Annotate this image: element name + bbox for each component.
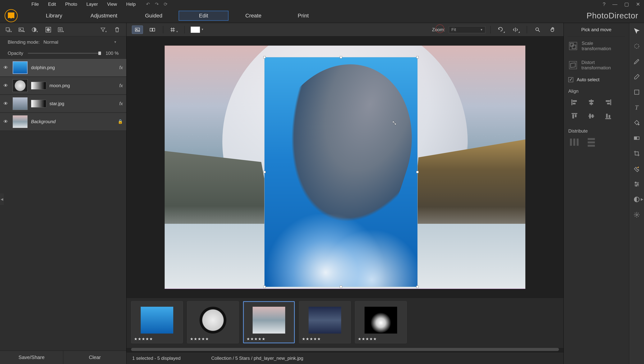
filmstrip-thumb[interactable]: ★★★★★ (299, 301, 351, 343)
lock-icon[interactable]: 🔒 (115, 119, 123, 124)
mask-layer-icon[interactable] (45, 26, 52, 34)
tab-adjustment[interactable]: Adjustment (79, 11, 129, 21)
layer-mask-thumb[interactable] (31, 82, 46, 90)
handle-top-left[interactable] (263, 56, 266, 58)
filter-icon[interactable]: ▼ (100, 26, 108, 34)
distribute-v-icon[interactable] (585, 138, 597, 147)
heal-tool-icon[interactable] (632, 164, 641, 173)
align-top-icon[interactable] (568, 112, 580, 121)
canvas[interactable]: ↔ (165, 46, 525, 289)
delete-layer-icon[interactable] (113, 26, 121, 34)
distribute-h-icon[interactable] (568, 138, 580, 147)
zoom-dropdown[interactable]: Fit ▼ (449, 26, 485, 33)
pen-tool-icon[interactable] (632, 57, 641, 66)
zoom-tool-icon[interactable] (532, 26, 543, 34)
background-color-button[interactable] (190, 26, 201, 34)
thumb-rating[interactable]: ★★★★★ (302, 336, 321, 341)
menu-view[interactable]: View (103, 2, 122, 7)
minimize-icon[interactable]: — (612, 1, 617, 7)
layer-fx-badge[interactable]: fx (115, 83, 123, 88)
align-center-v-icon[interactable] (585, 112, 597, 121)
app-logo-icon[interactable] (5, 9, 18, 22)
layer-properties-icon[interactable]: ▼ (58, 26, 65, 34)
blending-mode-dropdown[interactable]: Normal ▼ (44, 40, 119, 45)
auto-select-checkbox[interactable] (568, 77, 573, 82)
pan-tool-icon[interactable] (547, 26, 558, 34)
layer-fx-badge[interactable]: fx (115, 101, 123, 106)
thumb-rating[interactable]: ★★★★★ (358, 336, 377, 341)
help-icon[interactable]: ? (603, 1, 605, 7)
visibility-icon[interactable]: 👁 (4, 83, 9, 88)
settings-tool-icon[interactable] (632, 210, 641, 219)
menu-file[interactable]: File (27, 2, 44, 7)
filmstrip-thumb[interactable]: ★★★★★ (187, 301, 239, 343)
thumb-rating[interactable]: ★★★★★ (134, 336, 153, 341)
tab-library[interactable]: Library (29, 11, 79, 21)
handle-bot-left[interactable] (263, 286, 266, 288)
close-icon[interactable]: ✕ (636, 1, 640, 7)
flip-icon[interactable]: ◢ (511, 26, 522, 34)
menu-photo[interactable]: Photo (61, 2, 82, 7)
eraser-tool-icon[interactable] (632, 72, 641, 81)
distort-transformation-button[interactable]: Distort transformation (567, 56, 625, 75)
view-compare-icon[interactable] (147, 26, 158, 34)
thumb-rating[interactable]: ★★★★★ (190, 336, 209, 341)
layer-item[interactable]: 👁 star.jpg fx (0, 95, 126, 113)
filmstrip-thumb[interactable]: ★★★★★ (131, 301, 183, 343)
sliders-tool-icon[interactable] (632, 180, 641, 188)
opacity-slider[interactable] (28, 53, 101, 54)
menu-layer[interactable]: Layer (82, 2, 103, 7)
grid-icon[interactable]: ▼ (168, 26, 179, 34)
thumb-rating[interactable]: ★★★★★ (247, 336, 266, 341)
handle-bot-mid[interactable] (340, 286, 342, 288)
align-bottom-icon[interactable] (602, 112, 614, 121)
clear-button[interactable]: Clear (63, 351, 126, 364)
handle-top-mid[interactable] (340, 56, 342, 58)
collapse-left-icon[interactable]: ◀ (0, 194, 4, 205)
text-tool-icon[interactable]: T (632, 103, 641, 112)
shape-tool-icon[interactable] (632, 88, 641, 96)
collapse-right-icon[interactable]: ▶ (640, 194, 644, 205)
handle-top-right[interactable] (416, 56, 419, 58)
auto-select-row[interactable]: Auto select (567, 75, 625, 85)
visibility-icon[interactable]: 👁 (4, 119, 9, 124)
rotate-icon[interactable]: ◢ (496, 26, 507, 34)
filmstrip-scrollbar[interactable] (131, 348, 559, 351)
adjustment-layer-icon[interactable]: ▼ (32, 26, 39, 34)
scale-transformation-button[interactable]: Scale transformation (567, 36, 625, 56)
reset-icon[interactable]: ⟳ (164, 2, 168, 7)
gradient-tool-icon[interactable] (632, 134, 641, 142)
layer-item[interactable]: 👁 dolphin.png fx (0, 58, 126, 77)
handle-mid-left[interactable] (263, 171, 266, 173)
visibility-icon[interactable]: 👁 (4, 101, 9, 106)
layer-item[interactable]: 👁 Background 🔒 (0, 113, 126, 131)
handle-bot-right[interactable] (416, 286, 419, 288)
visibility-icon[interactable]: 👁 (4, 65, 9, 70)
save-share-button[interactable]: Save/Share (0, 351, 63, 364)
maximize-icon[interactable]: ▢ (624, 1, 629, 7)
crop-tool-icon[interactable] (632, 149, 641, 158)
add-image-icon[interactable]: ▼ (19, 26, 26, 34)
menu-help[interactable]: Help (122, 2, 140, 7)
tab-guided[interactable]: Guided (129, 11, 179, 21)
tab-create[interactable]: Create (229, 11, 278, 21)
redo-icon[interactable]: ↷ (155, 2, 159, 7)
layer-mask-thumb[interactable] (31, 100, 46, 108)
view-single-icon[interactable] (132, 26, 143, 34)
selection-tool-icon[interactable] (632, 42, 641, 50)
undo-icon[interactable]: ↶ (146, 2, 150, 7)
align-center-h-icon[interactable] (585, 98, 597, 107)
align-left-icon[interactable] (568, 98, 580, 107)
blur-tool-icon[interactable] (632, 195, 641, 204)
move-tool-icon[interactable] (632, 26, 641, 35)
filmstrip-thumb[interactable]: ★★★★★ (355, 301, 407, 343)
handle-mid-right[interactable] (416, 171, 419, 173)
tab-edit[interactable]: Edit (179, 11, 229, 21)
layer-fx-badge[interactable]: fx (115, 65, 123, 70)
menu-edit[interactable]: Edit (44, 2, 61, 7)
selection-box[interactable] (264, 57, 418, 287)
align-right-icon[interactable] (602, 98, 614, 107)
filmstrip-thumb[interactable]: ★★★★★ (243, 301, 295, 343)
add-layer-icon[interactable]: ▼ (5, 26, 13, 34)
fill-tool-icon[interactable] (632, 118, 641, 127)
